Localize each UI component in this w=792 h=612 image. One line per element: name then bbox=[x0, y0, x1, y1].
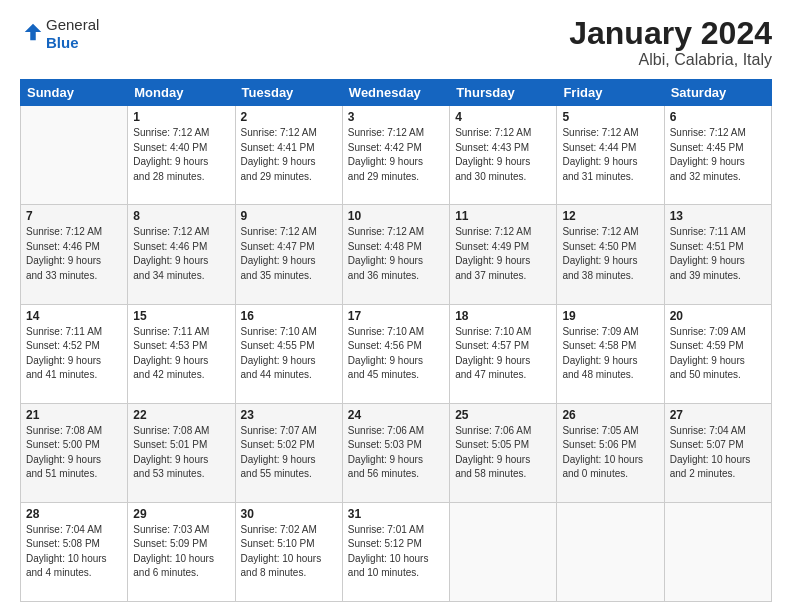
day-number: 26 bbox=[562, 408, 658, 422]
calendar-day-cell bbox=[450, 502, 557, 601]
calendar-title: January 2024 bbox=[569, 16, 772, 51]
calendar-day-cell bbox=[557, 502, 664, 601]
day-info: Sunrise: 7:12 AMSunset: 4:42 PMDaylight:… bbox=[348, 126, 444, 184]
day-info: Sunrise: 7:06 AMSunset: 5:03 PMDaylight:… bbox=[348, 424, 444, 482]
day-info: Sunrise: 7:04 AMSunset: 5:07 PMDaylight:… bbox=[670, 424, 766, 482]
day-info: Sunrise: 7:12 AMSunset: 4:50 PMDaylight:… bbox=[562, 225, 658, 283]
calendar-week-row: 7Sunrise: 7:12 AMSunset: 4:46 PMDaylight… bbox=[21, 205, 772, 304]
svg-marker-1 bbox=[25, 24, 42, 41]
calendar-day-cell: 6Sunrise: 7:12 AMSunset: 4:45 PMDaylight… bbox=[664, 106, 771, 205]
title-block: January 2024 Albi, Calabria, Italy bbox=[569, 16, 772, 69]
logo-icon bbox=[22, 21, 44, 43]
day-number: 5 bbox=[562, 110, 658, 124]
day-number: 28 bbox=[26, 507, 122, 521]
day-number: 17 bbox=[348, 309, 444, 323]
calendar-day-cell: 2Sunrise: 7:12 AMSunset: 4:41 PMDaylight… bbox=[235, 106, 342, 205]
day-info: Sunrise: 7:08 AMSunset: 5:00 PMDaylight:… bbox=[26, 424, 122, 482]
logo: General Blue bbox=[20, 16, 99, 52]
day-info: Sunrise: 7:03 AMSunset: 5:09 PMDaylight:… bbox=[133, 523, 229, 581]
day-number: 10 bbox=[348, 209, 444, 223]
calendar-body: 1Sunrise: 7:12 AMSunset: 4:40 PMDaylight… bbox=[21, 106, 772, 602]
day-number: 15 bbox=[133, 309, 229, 323]
calendar-table: SundayMondayTuesdayWednesdayThursdayFrid… bbox=[20, 79, 772, 602]
calendar-day-cell: 21Sunrise: 7:08 AMSunset: 5:00 PMDayligh… bbox=[21, 403, 128, 502]
calendar-header-cell: Wednesday bbox=[342, 80, 449, 106]
day-info: Sunrise: 7:08 AMSunset: 5:01 PMDaylight:… bbox=[133, 424, 229, 482]
day-number: 19 bbox=[562, 309, 658, 323]
day-number: 23 bbox=[241, 408, 337, 422]
calendar-header-cell: Sunday bbox=[21, 80, 128, 106]
calendar-day-cell: 18Sunrise: 7:10 AMSunset: 4:57 PMDayligh… bbox=[450, 304, 557, 403]
calendar-header-cell: Thursday bbox=[450, 80, 557, 106]
day-number: 1 bbox=[133, 110, 229, 124]
day-info: Sunrise: 7:12 AMSunset: 4:45 PMDaylight:… bbox=[670, 126, 766, 184]
calendar-header-row: SundayMondayTuesdayWednesdayThursdayFrid… bbox=[21, 80, 772, 106]
day-info: Sunrise: 7:12 AMSunset: 4:43 PMDaylight:… bbox=[455, 126, 551, 184]
day-info: Sunrise: 7:10 AMSunset: 4:56 PMDaylight:… bbox=[348, 325, 444, 383]
calendar-header-cell: Tuesday bbox=[235, 80, 342, 106]
day-info: Sunrise: 7:05 AMSunset: 5:06 PMDaylight:… bbox=[562, 424, 658, 482]
calendar-day-cell: 31Sunrise: 7:01 AMSunset: 5:12 PMDayligh… bbox=[342, 502, 449, 601]
day-number: 4 bbox=[455, 110, 551, 124]
calendar-day-cell: 12Sunrise: 7:12 AMSunset: 4:50 PMDayligh… bbox=[557, 205, 664, 304]
day-info: Sunrise: 7:02 AMSunset: 5:10 PMDaylight:… bbox=[241, 523, 337, 581]
calendar-day-cell: 27Sunrise: 7:04 AMSunset: 5:07 PMDayligh… bbox=[664, 403, 771, 502]
calendar-day-cell: 7Sunrise: 7:12 AMSunset: 4:46 PMDaylight… bbox=[21, 205, 128, 304]
calendar-day-cell: 26Sunrise: 7:05 AMSunset: 5:06 PMDayligh… bbox=[557, 403, 664, 502]
day-number: 3 bbox=[348, 110, 444, 124]
day-info: Sunrise: 7:07 AMSunset: 5:02 PMDaylight:… bbox=[241, 424, 337, 482]
day-info: Sunrise: 7:12 AMSunset: 4:41 PMDaylight:… bbox=[241, 126, 337, 184]
day-info: Sunrise: 7:11 AMSunset: 4:52 PMDaylight:… bbox=[26, 325, 122, 383]
day-info: Sunrise: 7:12 AMSunset: 4:44 PMDaylight:… bbox=[562, 126, 658, 184]
day-info: Sunrise: 7:06 AMSunset: 5:05 PMDaylight:… bbox=[455, 424, 551, 482]
day-number: 31 bbox=[348, 507, 444, 521]
day-info: Sunrise: 7:09 AMSunset: 4:59 PMDaylight:… bbox=[670, 325, 766, 383]
day-number: 14 bbox=[26, 309, 122, 323]
day-number: 7 bbox=[26, 209, 122, 223]
day-info: Sunrise: 7:12 AMSunset: 4:46 PMDaylight:… bbox=[26, 225, 122, 283]
calendar-day-cell: 10Sunrise: 7:12 AMSunset: 4:48 PMDayligh… bbox=[342, 205, 449, 304]
calendar-day-cell: 4Sunrise: 7:12 AMSunset: 4:43 PMDaylight… bbox=[450, 106, 557, 205]
calendar-header-cell: Monday bbox=[128, 80, 235, 106]
day-info: Sunrise: 7:12 AMSunset: 4:48 PMDaylight:… bbox=[348, 225, 444, 283]
day-info: Sunrise: 7:09 AMSunset: 4:58 PMDaylight:… bbox=[562, 325, 658, 383]
day-info: Sunrise: 7:11 AMSunset: 4:51 PMDaylight:… bbox=[670, 225, 766, 283]
day-number: 25 bbox=[455, 408, 551, 422]
calendar-week-row: 28Sunrise: 7:04 AMSunset: 5:08 PMDayligh… bbox=[21, 502, 772, 601]
day-number: 12 bbox=[562, 209, 658, 223]
day-info: Sunrise: 7:01 AMSunset: 5:12 PMDaylight:… bbox=[348, 523, 444, 581]
calendar-day-cell bbox=[664, 502, 771, 601]
page: General Blue January 2024 Albi, Calabria… bbox=[0, 0, 792, 612]
day-number: 21 bbox=[26, 408, 122, 422]
day-number: 27 bbox=[670, 408, 766, 422]
day-number: 20 bbox=[670, 309, 766, 323]
logo-blue-text: Blue bbox=[46, 34, 79, 51]
calendar-day-cell: 19Sunrise: 7:09 AMSunset: 4:58 PMDayligh… bbox=[557, 304, 664, 403]
day-info: Sunrise: 7:12 AMSunset: 4:46 PMDaylight:… bbox=[133, 225, 229, 283]
day-number: 9 bbox=[241, 209, 337, 223]
header: General Blue January 2024 Albi, Calabria… bbox=[20, 16, 772, 69]
calendar-day-cell: 30Sunrise: 7:02 AMSunset: 5:10 PMDayligh… bbox=[235, 502, 342, 601]
calendar-day-cell: 16Sunrise: 7:10 AMSunset: 4:55 PMDayligh… bbox=[235, 304, 342, 403]
calendar-day-cell: 20Sunrise: 7:09 AMSunset: 4:59 PMDayligh… bbox=[664, 304, 771, 403]
calendar-day-cell: 24Sunrise: 7:06 AMSunset: 5:03 PMDayligh… bbox=[342, 403, 449, 502]
calendar-day-cell: 23Sunrise: 7:07 AMSunset: 5:02 PMDayligh… bbox=[235, 403, 342, 502]
day-number: 6 bbox=[670, 110, 766, 124]
day-number: 22 bbox=[133, 408, 229, 422]
calendar-day-cell bbox=[21, 106, 128, 205]
calendar-day-cell: 29Sunrise: 7:03 AMSunset: 5:09 PMDayligh… bbox=[128, 502, 235, 601]
day-number: 11 bbox=[455, 209, 551, 223]
day-number: 29 bbox=[133, 507, 229, 521]
calendar-week-row: 1Sunrise: 7:12 AMSunset: 4:40 PMDaylight… bbox=[21, 106, 772, 205]
day-number: 2 bbox=[241, 110, 337, 124]
calendar-day-cell: 14Sunrise: 7:11 AMSunset: 4:52 PMDayligh… bbox=[21, 304, 128, 403]
day-info: Sunrise: 7:04 AMSunset: 5:08 PMDaylight:… bbox=[26, 523, 122, 581]
calendar-day-cell: 5Sunrise: 7:12 AMSunset: 4:44 PMDaylight… bbox=[557, 106, 664, 205]
calendar-week-row: 21Sunrise: 7:08 AMSunset: 5:00 PMDayligh… bbox=[21, 403, 772, 502]
day-info: Sunrise: 7:10 AMSunset: 4:57 PMDaylight:… bbox=[455, 325, 551, 383]
calendar-day-cell: 3Sunrise: 7:12 AMSunset: 4:42 PMDaylight… bbox=[342, 106, 449, 205]
calendar-subtitle: Albi, Calabria, Italy bbox=[569, 51, 772, 69]
calendar-header-cell: Friday bbox=[557, 80, 664, 106]
calendar-day-cell: 8Sunrise: 7:12 AMSunset: 4:46 PMDaylight… bbox=[128, 205, 235, 304]
day-number: 24 bbox=[348, 408, 444, 422]
